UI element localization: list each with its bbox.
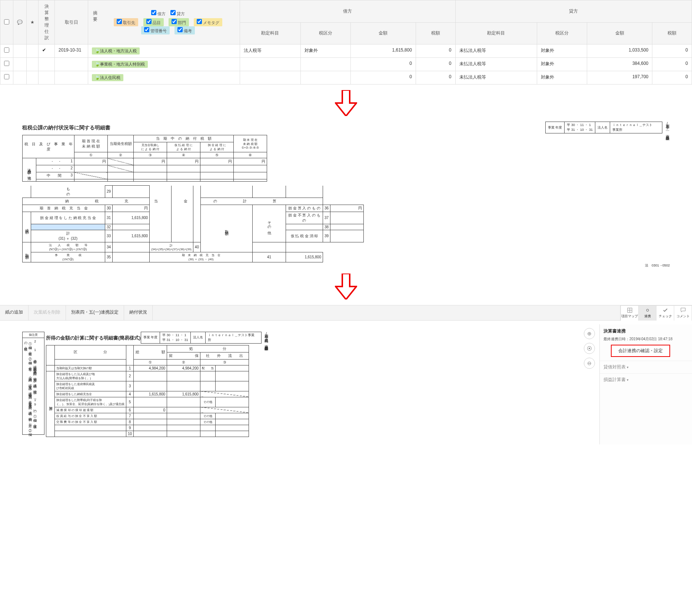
tag: 🍃事業税・地方法人特別税 (92, 61, 148, 68)
filter-mgmt[interactable]: 管理番号 (141, 26, 170, 34)
red-arrow-icon (335, 274, 357, 299)
tag: 🍃法人税・地方法人税 (92, 47, 140, 54)
form2-title: 所得の金額の計算に関する明細書(簡易様式) (46, 335, 141, 341)
journal-row: 🍃法人住民税00未払法人税等対象外197,7000 (0, 71, 692, 85)
select-all-checkbox[interactable] (4, 19, 9, 24)
toolicon-comment[interactable]: コメント (674, 306, 692, 321)
tag: 🍃法人住民税 (92, 74, 123, 81)
filter-debit[interactable]: 借方 (151, 11, 166, 16)
summary-filters: 借方 貸方 取引先 品目 部門 メモタグ 管理番号 備考 (104, 10, 236, 34)
filter-item[interactable]: 品目 (143, 18, 164, 26)
zoom-in-button[interactable]: ⊕ (584, 328, 595, 339)
header-settle: 決算 整理 仕訳 (39, 0, 55, 44)
filter-credit[interactable]: 貸方 (170, 11, 185, 16)
tab-link-setting[interactable]: 別表四・五(一)連携設定 (66, 305, 124, 320)
zoom-fit-button[interactable]: ⦿ (584, 343, 595, 354)
toolicon-check[interactable]: チェック (656, 306, 674, 321)
filter-dept[interactable]: 部門 (169, 18, 189, 26)
row-checkbox[interactable] (4, 74, 9, 79)
accordion-bs[interactable]: 貸借対照表 (600, 361, 692, 373)
accordion-pl[interactable]: 損益計算書 (600, 373, 692, 386)
row-checkbox[interactable] (4, 47, 9, 53)
sidebar-title: 決算書連携 (603, 328, 688, 334)
journal-table: 💬 ★ 決算 整理 仕訳 取引日 摘要 借方 貸方 取引先 品目 (0, 0, 692, 85)
toolicon-link[interactable]: 連携 (638, 306, 656, 321)
filter-memo[interactable]: メモタグ (194, 18, 222, 26)
header-date: 取引日 (55, 0, 88, 44)
form1-side-label: 別表五(二) 平三十・四・一以後終 (665, 122, 670, 133)
tab-add-sheet[interactable]: 紙の追加 (0, 305, 29, 320)
filter-remark[interactable]: 備考 (174, 26, 195, 34)
journal-row: 🍃事業税・地方法人特別税00未払法人税等対象外384,6000 (0, 58, 692, 71)
zoom-out-button[interactable]: ⊖ (584, 358, 595, 369)
red-arrow-icon (335, 90, 357, 116)
header-credit: 貸方 (455, 0, 692, 23)
form1b-wrapper: もの29 納 税 充 当 金 の 計 算 期 首 納 税 充 当 金30円 取崩… (22, 185, 670, 268)
header-debit: 借方 (240, 0, 456, 23)
form1-title: 租税公課の納付状況等に関する明細書 (22, 125, 110, 131)
tab-delete-sheet[interactable]: 次葉紙を削除 (29, 305, 66, 320)
header-summary: 摘要 (92, 10, 99, 23)
journal-row: ✔2019-10-31🍃法人税・地方法人税法人税等対象外1,615,8000未払… (0, 44, 692, 58)
filter-partner[interactable]: 取引先 (114, 18, 138, 26)
tab-payment-status[interactable]: 納付状況 (124, 305, 153, 320)
toolicon-map[interactable]: 項目マップ (621, 306, 638, 321)
form2-side-label: 別表四(簡易様式) 平三十・四・一以後終了事業年度分 (264, 332, 269, 344)
row-checkbox[interactable] (4, 61, 9, 66)
form1-wrapper: 租税公課の納付状況等に関する明細書 事業 年度 平 30 ・ 11 ・ 1平 3… (22, 122, 670, 182)
accounting-link-button[interactable]: 会計連携の確認・設定 (611, 345, 670, 357)
